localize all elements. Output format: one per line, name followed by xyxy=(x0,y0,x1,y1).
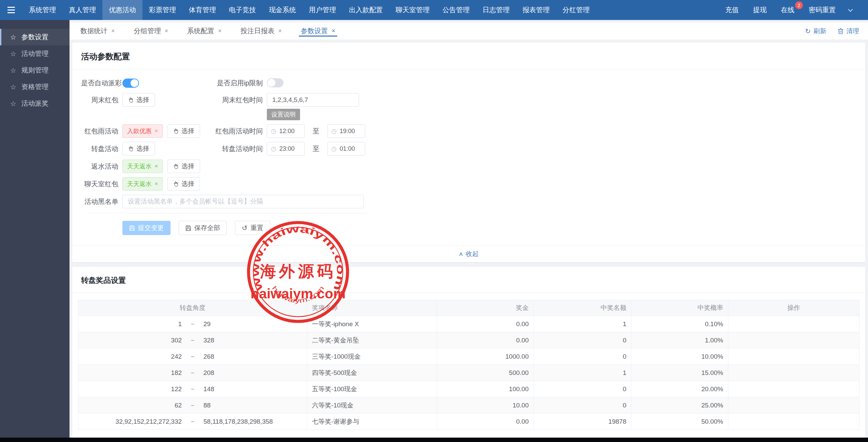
angle-tilde: ~ xyxy=(182,418,203,425)
rebate-choose-button[interactable]: 选择 xyxy=(167,160,200,173)
tab-system-config[interactable]: 系统配置 × xyxy=(185,22,224,40)
table-row: 122 ~ 148 五等奖-100现金 100.00 0 20.00% xyxy=(78,381,860,397)
online-link[interactable]: 在线 2 xyxy=(774,0,802,20)
save-all-label: 保存全部 xyxy=(194,224,220,232)
blacklist-input[interactable] xyxy=(122,195,364,208)
nav-item-system[interactable]: 系统管理 xyxy=(22,0,62,20)
password-reset-link[interactable]: 密码重置 xyxy=(802,0,843,20)
hamburger-menu-icon[interactable] xyxy=(0,0,22,20)
rain-time-from-input[interactable]: ◷ 12:00 xyxy=(267,124,305,138)
nav-item-announce[interactable]: 公告管理 xyxy=(436,0,476,20)
close-icon[interactable]: × xyxy=(155,128,158,134)
nav-item-chatroom[interactable]: 聊天室管理 xyxy=(389,0,436,20)
nav-item-esports[interactable]: 电子竞技 xyxy=(222,0,262,20)
prize-amount: 1000.00 xyxy=(437,349,534,365)
rain-time-label: 红包雨活动时间 xyxy=(213,124,263,138)
wheel-time-from-input[interactable]: ◷ 23:00 xyxy=(267,142,305,155)
nav-item-logs[interactable]: 日志管理 xyxy=(476,0,516,20)
prize-name: 四等奖-500现金 xyxy=(307,365,437,381)
angle-from: 1 xyxy=(83,320,182,328)
prize-name: 三等奖-1000现金 xyxy=(307,349,437,365)
tab-label: 系统配置 xyxy=(187,26,214,36)
tab-group-mgmt[interactable]: 分组管理 × xyxy=(132,22,171,40)
angle-tilde: ~ xyxy=(182,337,203,344)
withdraw-link[interactable]: 提现 xyxy=(746,0,774,20)
rain-time-to-input[interactable]: ◷ 19:00 xyxy=(327,124,365,138)
sidebar-item-qualification[interactable]: ☆ 资格管理 xyxy=(0,79,70,95)
nav-item-promo[interactable]: 优惠活动 xyxy=(102,0,142,20)
prize-quota: 0 xyxy=(534,332,631,349)
save-all-button[interactable]: 保存全部 xyxy=(179,221,227,235)
close-icon[interactable]: × xyxy=(332,27,335,35)
sidebar-item-label: 规则管理 xyxy=(21,66,48,75)
save-icon xyxy=(129,225,135,231)
operation-cell xyxy=(728,414,859,430)
wheel-time-to-input[interactable]: ◷ 01:00 xyxy=(327,142,365,155)
nav-item-sports[interactable]: 体育管理 xyxy=(182,0,222,20)
tab-params[interactable]: 参数设置 × xyxy=(299,22,337,40)
choose-label: 选择 xyxy=(136,96,149,104)
angle-tilde: ~ xyxy=(182,369,203,377)
rain-tag[interactable]: 入款优惠 × xyxy=(122,124,163,138)
sidebar-item-params[interactable]: ☆ 参数设置 xyxy=(0,29,70,45)
prize-name: 七等奖-谢谢参与 xyxy=(307,414,437,430)
nav-item-dividend[interactable]: 分红管理 xyxy=(556,0,596,20)
nav-item-users[interactable]: 用户管理 xyxy=(302,0,342,20)
close-icon[interactable]: × xyxy=(155,163,158,170)
chat-red-choose-button[interactable]: 选择 xyxy=(167,177,200,191)
table-row: 302 ~ 328 二等奖-黄金吊坠 0.00 0 1.00% xyxy=(78,332,860,349)
tab-data-stats[interactable]: 数据统计 × xyxy=(78,22,117,40)
reset-button[interactable]: ↺ 重置 xyxy=(235,221,270,235)
angle-from: 62 xyxy=(83,402,182,409)
nav-item-lottery[interactable]: 彩票管理 xyxy=(142,0,182,20)
close-icon[interactable]: × xyxy=(278,27,282,35)
rebate-tag[interactable]: 天天返水 × xyxy=(122,160,163,173)
close-icon[interactable]: × xyxy=(218,27,222,35)
angle-to: 58,118,178,238,298,358 xyxy=(203,418,302,425)
submit-changes-button[interactable]: 提交变更 xyxy=(122,221,171,235)
nav-item-cash[interactable]: 现金系统 xyxy=(262,0,302,20)
col-header-angle: 转盘角度 xyxy=(78,300,307,316)
weekend-time-input[interactable] xyxy=(267,93,359,107)
close-icon[interactable]: × xyxy=(111,27,115,35)
clean-label: 清理 xyxy=(846,27,859,36)
hand-pointer-icon xyxy=(173,181,179,187)
angle-from: 242 xyxy=(83,353,182,360)
refresh-button[interactable]: ↻ 刷新 xyxy=(805,27,826,36)
nav-item-live[interactable]: 真人管理 xyxy=(62,0,102,20)
nav-item-reports[interactable]: 报表管理 xyxy=(516,0,556,20)
prize-rate: 0.10% xyxy=(631,316,728,332)
sidebar-item-rules[interactable]: ☆ 规则管理 xyxy=(0,62,70,79)
chevron-down-icon[interactable] xyxy=(843,8,856,12)
wheel-choose-button[interactable]: 选择 xyxy=(122,142,155,155)
sidebar-item-awards[interactable]: ☆ 活动派奖 xyxy=(0,95,70,112)
nav-item-payments[interactable]: 出入款配置 xyxy=(342,0,389,20)
auto-payout-toggle[interactable] xyxy=(122,79,139,88)
clean-button[interactable]: 清理 xyxy=(838,27,859,36)
close-icon[interactable]: × xyxy=(155,181,158,187)
table-row: 32,92,152,212,272,332 ~ 58,118,178,238,2… xyxy=(78,414,860,430)
weekend-red-choose-button[interactable]: 选择 xyxy=(122,93,155,107)
chat-red-label: 聊天室红包 xyxy=(81,177,118,191)
prize-amount: 0.00 xyxy=(437,332,534,349)
prize-quota: 1 xyxy=(534,316,631,332)
tag-label: 天天返水 xyxy=(127,180,152,188)
navbar-right: 充值 提现 在线 2 密码重置 xyxy=(718,0,868,20)
operation-cell xyxy=(728,365,859,381)
close-icon[interactable]: × xyxy=(165,27,169,35)
tab-bet-daily-report[interactable]: 投注日报表 × xyxy=(239,22,284,40)
collapse-label: 收起 xyxy=(466,250,478,258)
prize-rate: 20.00% xyxy=(631,381,728,397)
recharge-link[interactable]: 充值 xyxy=(718,0,746,20)
tab-label: 数据统计 xyxy=(80,26,107,36)
rain-choose-button[interactable]: 选择 xyxy=(167,124,200,138)
sidebar-item-activity[interactable]: ☆ 活动管理 xyxy=(0,45,70,62)
param-form: 是否自动派彩 是否启用ip限制 周末红包 xyxy=(72,69,865,245)
chat-red-tag[interactable]: 天天返水 × xyxy=(122,177,163,191)
top-navbar: 系统管理 真人管理 优惠活动 彩票管理 体育管理 电子竞技 现金系统 用户管理 … xyxy=(0,0,868,20)
refresh-icon: ↻ xyxy=(805,27,811,35)
prize-amount: 0.00 xyxy=(437,316,534,332)
ip-limit-toggle[interactable] xyxy=(267,78,283,87)
prize-quota: 0 xyxy=(534,349,631,365)
collapse-link[interactable]: ∧ 收起 xyxy=(72,245,865,262)
